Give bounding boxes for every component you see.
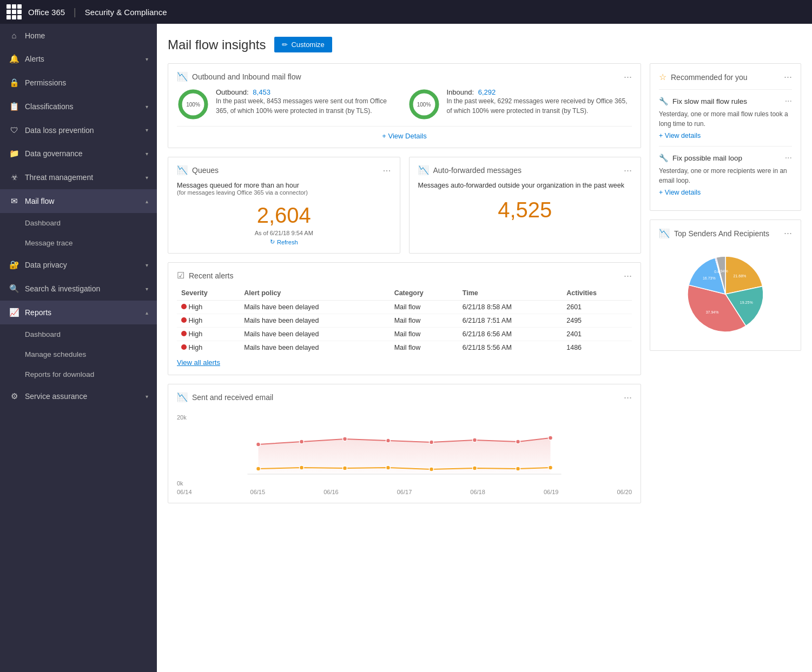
rec-item-more[interactable]: ··· <box>785 153 792 163</box>
sidebar-item-search[interactable]: 🔍 Search & investigation ▾ <box>0 277 157 301</box>
threat-icon: ☣ <box>9 172 19 182</box>
sidebar-item-data-gov[interactable]: 📁 Data governance ▾ <box>0 142 157 165</box>
chevron-down-icon: ▾ <box>146 127 148 133</box>
rec-view-details-link[interactable]: + View details <box>659 189 792 196</box>
rec-item-desc: Yesterday, one or more recipients were i… <box>659 166 792 185</box>
sidebar-label-classifications: Classifications <box>25 102 140 111</box>
pie-label: 19.25% <box>740 301 753 304</box>
rec-item-more[interactable]: ··· <box>785 96 792 106</box>
inbound-pct: 100% <box>417 102 431 108</box>
sidebar-subitem-r-download[interactable]: Reports for download <box>0 364 157 384</box>
inbound-section: 100% Inbound: 6,292 In the past week, 62… <box>408 88 632 121</box>
svg-point-11 <box>516 440 520 444</box>
waffle-icon[interactable] <box>6 4 22 19</box>
sidebar-subitem-mf-dashboard[interactable]: Dashboard <box>0 213 157 233</box>
sidebar-item-classifications[interactable]: 📋 Classifications ▾ <box>0 95 157 118</box>
recommended-title: Recommended for you <box>671 73 780 82</box>
queue-chart-icon: 📉 <box>177 165 188 175</box>
svg-point-9 <box>430 440 434 444</box>
sidebar-label-home: Home <box>25 31 148 40</box>
sidebar-item-alerts[interactable]: 🔔 Alerts ▾ <box>0 47 157 71</box>
svg-point-20 <box>549 465 553 470</box>
sidebar-item-mailflow[interactable]: ✉ Mail flow ▴ <box>0 189 157 213</box>
inbound-label: Inbound: <box>447 88 474 96</box>
outbound-inbound-more[interactable]: ··· <box>624 72 632 82</box>
rec-view-details-link[interactable]: + View details <box>659 132 792 139</box>
rec-item-fix-slow: 🔧 Fix slow mail flow rules ··· Yesterday… <box>659 89 792 146</box>
chevron-down-icon: ▾ <box>146 56 148 62</box>
sidebar-label-alerts: Alerts <box>25 55 140 63</box>
sidebar-subitem-r-dashboard[interactable]: Dashboard <box>0 324 157 344</box>
chevron-down-icon: ▾ <box>146 104 148 110</box>
sidebar-item-home[interactable]: ⌂ Home <box>0 24 157 47</box>
chevron-up-icon: ▴ <box>146 310 148 316</box>
table-row: High Mails have been delayed Mail flow 6… <box>177 314 632 328</box>
pie-chart: 21.68%19.25%37.94%16.73%0.46%3.94% <box>682 251 769 337</box>
sidebar-subitem-r-schedules[interactable]: Manage schedules <box>0 344 157 364</box>
outbound-value[interactable]: 8,453 <box>253 88 270 96</box>
severity-dot <box>181 304 187 309</box>
chart-icon: 📉 <box>177 71 188 82</box>
sidebar-label-permissions: Permissions <box>25 78 148 87</box>
chevron-down-icon: ▾ <box>146 286 148 292</box>
x-label: 06/19 <box>544 489 559 495</box>
sidebar-item-service[interactable]: ⚙ Service assurance ▾ <box>0 384 157 408</box>
refresh-icon: ↻ <box>270 238 275 245</box>
alerts-check-icon: ☑ <box>177 270 184 281</box>
app-name: Office 365 <box>28 8 65 17</box>
queues-more[interactable]: ··· <box>382 165 391 175</box>
table-row: High Mails have been delayed Mail flow 6… <box>177 301 632 314</box>
classifications-icon: 📋 <box>9 102 19 111</box>
top-senders-title: Top Senders And Recipients <box>674 229 780 238</box>
alerts-icon: 🔔 <box>9 54 19 64</box>
chevron-down-icon: ▾ <box>146 262 148 268</box>
recommended-more[interactable]: ··· <box>784 71 792 83</box>
sidebar-subitem-mf-trace[interactable]: Message trace <box>0 233 157 253</box>
alerts-table: Severity Alert policy Category Time Acti… <box>177 287 632 354</box>
sidebar-item-data-loss[interactable]: 🛡 Data loss prevention ▾ <box>0 118 157 142</box>
queues-desc: Messages queued for more than an hour <box>177 182 391 189</box>
x-label: 06/16 <box>324 489 339 495</box>
top-senders-more[interactable]: ··· <box>784 228 792 239</box>
queues-refresh[interactable]: ↻ Refresh <box>177 238 391 245</box>
inbound-value[interactable]: 6,292 <box>478 88 496 96</box>
table-row: High Mails have been delayed Mail flow 6… <box>177 341 632 355</box>
top-senders-card: 📉 Top Senders And Recipients ··· 21.68%1… <box>650 219 801 351</box>
customize-button[interactable]: ✏ Customize <box>274 37 332 52</box>
x-label: 06/14 <box>177 489 192 495</box>
sidebar-item-threat[interactable]: ☣ Threat management ▾ <box>0 165 157 189</box>
search-icon: 🔍 <box>9 284 19 294</box>
autoforward-more[interactable]: ··· <box>624 165 632 175</box>
col-time: Time <box>458 287 562 301</box>
rec-item-title: Fix slow mail flow rules <box>672 97 781 105</box>
rec-item-fix-loop: 🔧 Fix possible mail loop ··· Yesterday, … <box>659 146 792 203</box>
sidebar-item-data-privacy[interactable]: 🔐 Data privacy ▾ <box>0 253 157 277</box>
col-activities: Activities <box>562 287 632 301</box>
pie-chart-container: 21.68%19.25%37.94%16.73%0.46%3.94% <box>659 245 792 343</box>
recommended-card: ☆ Recommended for you ··· 🔧 Fix slow mai… <box>650 63 801 211</box>
sent-received-card: 📉 Sent and received email ··· 20k <box>168 384 641 503</box>
sidebar-label-threat: Threat management <box>25 173 140 182</box>
sidebar-label-mailflow: Mail flow <box>25 197 140 205</box>
page-header: Mail flow insights ✏ Customize <box>168 37 801 52</box>
view-all-alerts-link[interactable]: View all alerts <box>177 358 220 367</box>
sent-received-chart <box>177 423 632 477</box>
data-privacy-icon: 🔐 <box>9 260 19 270</box>
view-details-button[interactable]: + View Details <box>177 126 632 140</box>
sent-received-more[interactable]: ··· <box>624 392 632 402</box>
pie-label: 16.73% <box>703 276 716 280</box>
svg-point-6 <box>300 440 304 444</box>
col-category: Category <box>390 287 458 301</box>
svg-point-19 <box>516 467 520 471</box>
outbound-desc: In the past week, 8453 messages were sen… <box>216 96 401 116</box>
queues-timestamp: As of 6/21/18 9:54 AM <box>177 230 391 236</box>
sidebar-item-permissions[interactable]: 🔒 Permissions <box>0 71 157 95</box>
inbound-desc: In the past week, 6292 messages were rec… <box>447 96 632 116</box>
x-label: 06/20 <box>617 489 632 495</box>
x-label: 06/18 <box>470 489 485 495</box>
sidebar-item-reports[interactable]: 📈 Reports ▴ <box>0 301 157 324</box>
pie-label: 21.68% <box>734 274 747 278</box>
service-icon: ⚙ <box>9 391 19 401</box>
section-name: Security & Compliance <box>85 8 167 17</box>
recent-alerts-more[interactable]: ··· <box>624 271 632 281</box>
